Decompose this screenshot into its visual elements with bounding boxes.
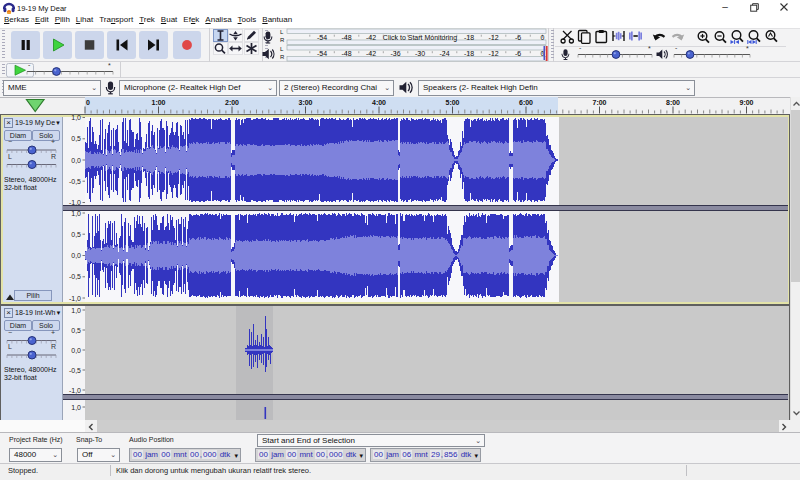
svg-text:-0,5: -0,5 (69, 178, 81, 185)
svg-text:+: + (51, 329, 55, 336)
svg-text:1,0: 1,0 (71, 404, 81, 411)
svg-text:0,0: 0,0 (71, 252, 81, 259)
svg-text:L: L (8, 343, 12, 350)
svg-text:0,0: 0,0 (71, 347, 81, 354)
svg-text:0,5: 0,5 (71, 231, 81, 238)
svg-text:-0,5: -0,5 (69, 273, 81, 280)
svg-text:-1,0: -1,0 (69, 295, 81, 302)
svg-text:−: − (8, 138, 12, 145)
svg-text:-1,0: -1,0 (69, 387, 81, 394)
svg-text:-0,5: -0,5 (69, 367, 81, 374)
svg-text:1,0: 1,0 (71, 307, 81, 314)
svg-text:0,5: 0,5 (71, 135, 81, 142)
svg-text:−: − (8, 329, 12, 336)
svg-text:1,0: 1,0 (71, 114, 81, 121)
svg-text:+: + (51, 138, 55, 145)
svg-text:1,0: 1,0 (71, 210, 81, 217)
svg-text:R: R (51, 343, 56, 350)
svg-text:0,0: 0,0 (71, 157, 81, 164)
svg-text:0,5: 0,5 (71, 327, 81, 334)
svg-text:R: R (51, 153, 56, 160)
svg-text:-1,0: -1,0 (69, 199, 81, 206)
svg-text:L: L (8, 153, 12, 160)
